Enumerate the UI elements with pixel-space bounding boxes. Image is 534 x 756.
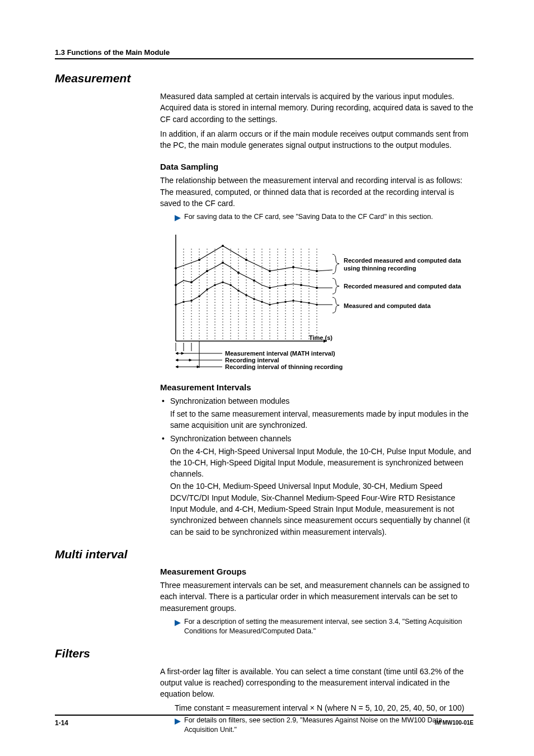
measurement-groups-body: Three measurement intervals can be set, … — [160, 580, 474, 614]
diagram-label-thinning: Recorded measured and computed data usin… — [344, 257, 472, 272]
svg-point-36 — [284, 284, 287, 286]
svg-point-54 — [292, 300, 294, 302]
svg-marker-74 — [175, 620, 181, 626]
bullet-sync-channels: Synchronization between channels On the … — [160, 433, 474, 538]
diagram-time-axis: Time (s) — [309, 334, 332, 341]
svg-marker-62 — [176, 352, 178, 354]
svg-point-45 — [222, 282, 224, 284]
svg-point-53 — [284, 301, 287, 304]
svg-marker-75 — [175, 718, 181, 725]
svg-point-46 — [229, 284, 232, 287]
svg-marker-63 — [181, 352, 184, 354]
svg-marker-0 — [175, 215, 181, 221]
svg-point-25 — [245, 259, 247, 261]
triangle-icon — [175, 717, 181, 727]
svg-point-22 — [175, 267, 177, 269]
heading-multi-interval: Multi interval — [55, 548, 474, 561]
heading-filters: Filters — [55, 647, 474, 660]
svg-point-41 — [190, 300, 193, 302]
bullet-sync-channels-title: Synchronization between channels — [170, 434, 291, 443]
data-sampling-body: The relationship between the measurement… — [160, 175, 474, 209]
filters-equation: Time constant = measurement interval × N… — [175, 703, 474, 712]
svg-marker-67 — [189, 359, 191, 361]
svg-point-37 — [300, 284, 302, 286]
filters-note: For details on filters, see section 2.9,… — [184, 716, 474, 735]
svg-point-32 — [222, 262, 224, 264]
svg-point-56 — [308, 302, 310, 305]
svg-marker-66 — [176, 359, 178, 361]
footer-rule — [55, 715, 474, 716]
svg-marker-71 — [197, 366, 199, 368]
svg-point-29 — [175, 284, 177, 286]
svg-point-33 — [237, 272, 240, 274]
heading-measurement: Measurement — [55, 72, 474, 85]
svg-point-51 — [269, 304, 271, 306]
diagram-label-measured: Measured and computed data — [344, 302, 472, 310]
diagram-interval-thin: Recording interval of thinning recording — [225, 363, 343, 370]
diagram-interval-rec: Recording interval — [225, 357, 279, 363]
filters-body: A first-order lag filter is available. Y… — [160, 666, 474, 700]
svg-point-26 — [269, 270, 271, 272]
document-id: IM MW100-01E — [435, 720, 474, 726]
svg-point-47 — [237, 290, 240, 292]
bullet-sync-modules-title: Synchronization between modules — [170, 396, 289, 405]
svg-point-35 — [269, 287, 271, 289]
diagram-label-recorded: Recorded measured and computed data — [344, 283, 472, 290]
svg-point-49 — [253, 298, 255, 301]
svg-point-27 — [292, 266, 294, 268]
heading-measurement-groups: Measurement Groups — [160, 567, 474, 576]
svg-point-31 — [206, 270, 208, 272]
data-sampling-note: For saving data to the CF card, see "Sav… — [184, 212, 433, 222]
svg-point-50 — [261, 301, 263, 304]
measurement-intro-2: In addition, if an alarm occurs or if th… — [160, 128, 474, 151]
bullet-sync-modules-body: If set to the same measurement interval,… — [170, 408, 474, 431]
measurement-groups-note: For a description of setting the measure… — [184, 617, 474, 637]
svg-point-52 — [277, 302, 279, 305]
svg-point-38 — [316, 287, 318, 289]
svg-point-28 — [316, 270, 318, 272]
heading-data-sampling: Data Sampling — [160, 162, 474, 171]
svg-point-44 — [214, 284, 216, 287]
svg-point-23 — [198, 259, 200, 261]
diagram-interval-meas: Measurement interval (MATH interval) — [225, 350, 335, 357]
svg-point-30 — [190, 281, 193, 283]
triangle-icon — [175, 213, 181, 223]
svg-point-43 — [206, 289, 208, 291]
bullet-sync-channels-body1: On the 4-CH, High-Speed Universal Input … — [170, 446, 474, 480]
triangle-icon — [175, 618, 181, 628]
bullet-sync-modules: Synchronization between modules If set t… — [160, 395, 474, 431]
svg-point-40 — [182, 301, 185, 304]
measurement-intro-1: Measured data sampled at certain interva… — [160, 91, 474, 125]
heading-measurement-intervals: Measurement Intervals — [160, 382, 474, 392]
svg-point-57 — [316, 304, 318, 306]
running-header: 1.3 Functions of the Main Module — [55, 48, 474, 59]
svg-point-24 — [222, 245, 224, 247]
sampling-diagram: Recorded measured and computed data usin… — [165, 229, 474, 375]
svg-point-42 — [198, 296, 200, 298]
bullet-sync-channels-body2: On the 10-CH, Medium-Speed Universal Inp… — [170, 480, 474, 537]
page-number: 1-14 — [55, 719, 68, 727]
svg-point-34 — [253, 279, 255, 282]
svg-point-39 — [175, 304, 177, 306]
svg-marker-70 — [176, 366, 178, 368]
svg-point-55 — [300, 301, 302, 304]
svg-point-48 — [245, 295, 247, 297]
